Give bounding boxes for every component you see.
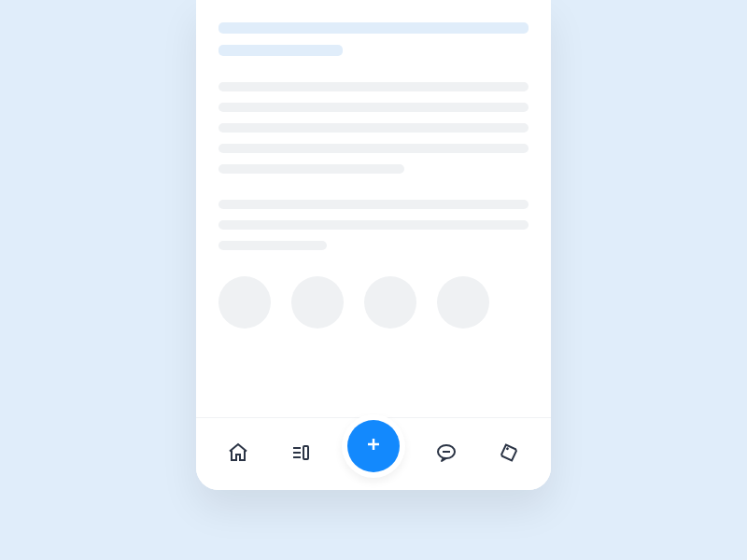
svg-point-8 <box>505 446 509 450</box>
nav-tags[interactable] <box>487 433 530 476</box>
tag-icon <box>498 441 520 468</box>
skeleton-paragraph <box>218 200 529 250</box>
fab-container <box>342 414 405 478</box>
skeleton-line <box>218 241 327 250</box>
skeleton-line <box>218 45 343 56</box>
mobile-frame <box>196 0 551 490</box>
skeleton-line <box>218 220 529 230</box>
skeleton-line <box>218 144 529 153</box>
skeleton-avatar-row <box>218 276 529 355</box>
svg-rect-3 <box>303 446 308 459</box>
skeleton-line <box>218 82 529 91</box>
skeleton-avatar <box>364 276 416 329</box>
skeleton-line <box>218 22 529 34</box>
skeleton-line <box>218 123 529 133</box>
skeleton-line <box>218 103 529 112</box>
nav-home[interactable] <box>217 433 260 476</box>
skeleton-line <box>218 200 529 209</box>
skeleton-line <box>218 164 404 174</box>
nav-list[interactable] <box>279 433 322 476</box>
chat-icon <box>435 441 458 468</box>
home-icon <box>227 441 249 468</box>
skeleton-paragraph <box>218 82 529 174</box>
skeleton-avatar <box>291 276 344 329</box>
nav-comments[interactable] <box>425 433 468 476</box>
content-scroll[interactable] <box>196 0 551 355</box>
list-icon <box>289 441 312 468</box>
bottom-nav <box>196 417 551 490</box>
add-button[interactable] <box>347 420 400 472</box>
skeleton-avatar <box>218 276 271 329</box>
plus-icon <box>362 433 385 459</box>
skeleton-avatar <box>437 276 489 329</box>
skeleton-title-block <box>218 22 529 56</box>
